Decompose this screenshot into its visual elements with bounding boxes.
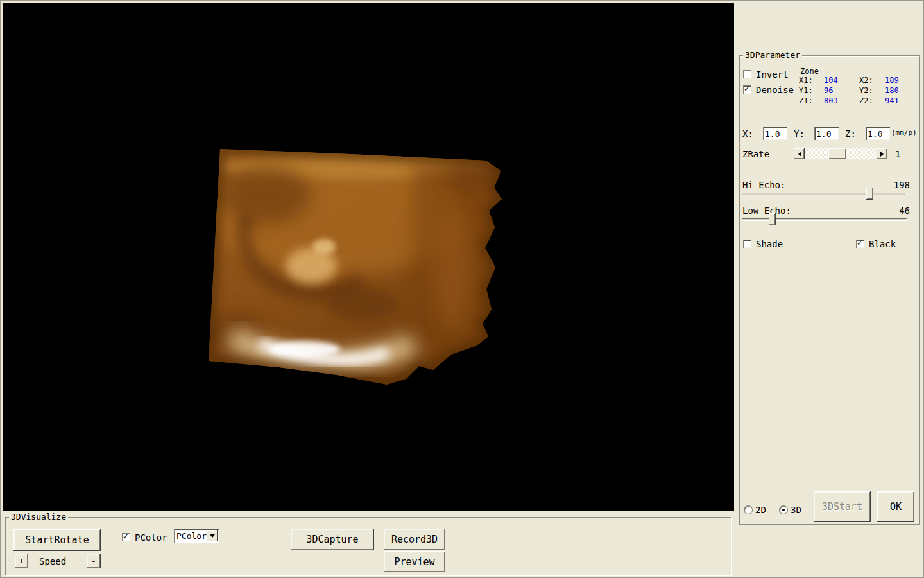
chevron-down-icon bbox=[210, 534, 215, 540]
black-label: Black bbox=[869, 239, 896, 249]
shade-label: Shade bbox=[756, 239, 783, 249]
hi-echo-value: 198 bbox=[894, 180, 910, 190]
zrate-scroll-right-button[interactable] bbox=[877, 148, 887, 159]
y-scale-label: Y: bbox=[794, 128, 805, 139]
invert-checkbox[interactable] bbox=[743, 70, 751, 78]
zone-x2-label: X2: bbox=[859, 76, 873, 85]
zrate-scroll-left-button[interactable] bbox=[794, 148, 805, 159]
z-scale-label: Z: bbox=[845, 128, 856, 139]
speed-decrease-button[interactable]: - bbox=[87, 554, 101, 568]
3d-start-button[interactable]: 3DStart bbox=[814, 491, 871, 522]
zone-y2-value: 180 bbox=[885, 86, 899, 96]
pcolor-dropdown-value: PColor bbox=[174, 531, 207, 541]
3d-capture-button[interactable]: 3DCapture bbox=[291, 529, 374, 550]
invert-label: Invert bbox=[756, 69, 789, 80]
hi-echo-slider-track[interactable] bbox=[742, 193, 907, 195]
zone-y1-label: Y1: bbox=[799, 86, 813, 96]
denoise-checkbox[interactable] bbox=[743, 85, 751, 94]
low-echo-slider-track[interactable] bbox=[742, 218, 907, 221]
record-3d-button[interactable]: Record3D bbox=[384, 529, 445, 550]
ultrasound-3d-render bbox=[3, 3, 734, 511]
zone-x2-value: 189 bbox=[885, 76, 899, 85]
black-checkbox[interactable] bbox=[856, 240, 864, 248]
low-echo-value: 46 bbox=[899, 206, 910, 216]
denoise-label: Denoise bbox=[756, 85, 794, 95]
visualize-panel-title: 3DVisualize bbox=[9, 512, 68, 522]
pcolor-dropdown[interactable]: PColor bbox=[174, 529, 219, 543]
mode-2d-radio[interactable] bbox=[744, 506, 752, 514]
preview-button[interactable]: Preview bbox=[384, 551, 445, 572]
parameter-panel: 3DParameter Invert Denoise Zone X1: 104 … bbox=[739, 55, 920, 525]
z-scale-input[interactable] bbox=[866, 127, 890, 140]
pcolor-checkbox[interactable] bbox=[122, 533, 130, 541]
pcolor-checkbox-label: PColor bbox=[135, 532, 167, 543]
mode-3d-radio[interactable] bbox=[780, 506, 787, 514]
scale-unit-label: (mm/p) bbox=[891, 128, 917, 138]
zone-y2-label: Y2: bbox=[859, 86, 873, 96]
zone-z2-label: Z2: bbox=[859, 96, 873, 106]
zone-x1-value: 104 bbox=[824, 76, 838, 85]
parameter-panel-title: 3DParameter bbox=[743, 50, 802, 60]
zrate-value: 1 bbox=[895, 149, 900, 159]
low-echo-label: Low Echo: bbox=[742, 206, 791, 216]
zone-title: Zone bbox=[800, 67, 819, 76]
zrate-scrollbar[interactable] bbox=[794, 148, 887, 159]
zone-z1-value: 803 bbox=[824, 96, 838, 106]
zrate-scrollbar-thumb[interactable] bbox=[828, 148, 846, 159]
render-viewport[interactable] bbox=[3, 3, 734, 511]
y-scale-input[interactable] bbox=[814, 127, 839, 140]
start-rotate-button[interactable]: StartRotate bbox=[13, 529, 101, 551]
ok-button[interactable]: OK bbox=[877, 491, 914, 522]
low-echo-slider-thumb[interactable] bbox=[769, 213, 776, 225]
zone-x1-label: X1: bbox=[799, 76, 813, 85]
application-window: 3DVisualize StartRotate PColor PColor 3D… bbox=[0, 0, 924, 578]
hi-echo-label: Hi Echo: bbox=[742, 180, 785, 190]
pcolor-dropdown-button[interactable] bbox=[207, 530, 218, 541]
arrow-left-icon bbox=[796, 152, 801, 157]
speed-label: Speed bbox=[39, 556, 66, 566]
arrow-right-icon bbox=[880, 152, 886, 157]
shade-checkbox[interactable] bbox=[743, 240, 751, 248]
mode-2d-label: 2D bbox=[755, 505, 766, 515]
x-scale-input[interactable] bbox=[763, 127, 787, 140]
zone-z2-value: 941 bbox=[885, 96, 899, 106]
x-scale-label: X: bbox=[742, 128, 753, 139]
zone-y1-value: 96 bbox=[824, 86, 833, 96]
visualize-panel: 3DVisualize StartRotate PColor PColor 3D… bbox=[5, 517, 732, 575]
speed-increase-button[interactable]: + bbox=[15, 554, 28, 568]
zone-z1-label: Z1: bbox=[799, 96, 813, 106]
zrate-label: ZRate bbox=[742, 149, 769, 159]
hi-echo-slider-thumb[interactable] bbox=[866, 188, 873, 200]
mode-3d-label: 3D bbox=[791, 505, 801, 515]
